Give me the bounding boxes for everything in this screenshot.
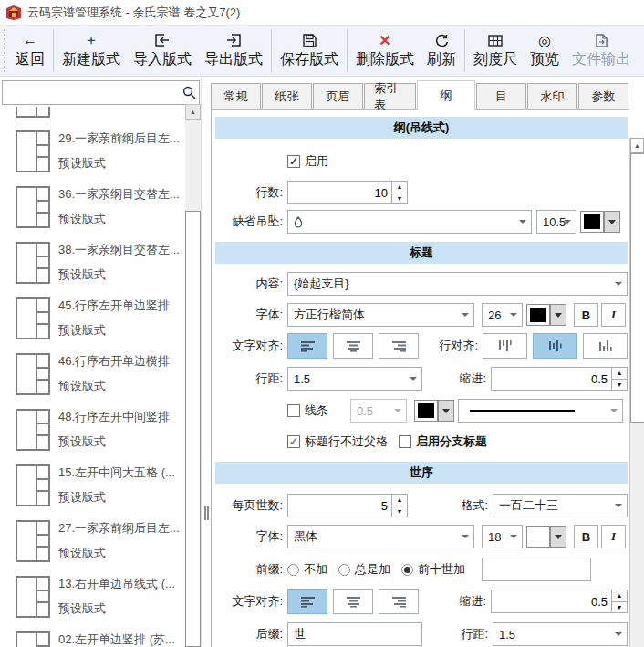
- tab-changgui[interactable]: 常规: [211, 83, 261, 109]
- layout-list: 29.一家亲前纲后目左...预设版式 36.一家亲纲目交替左...预设版式 38…: [0, 107, 185, 647]
- spin-up-icon[interactable]: ▲: [612, 368, 627, 380]
- tab-zhizhang[interactable]: 纸张: [262, 83, 312, 109]
- shixu-spacing-dropdown[interactable]: 1.5: [493, 622, 628, 646]
- title-color-swatch[interactable]: [526, 304, 550, 326]
- align-right-icon: [391, 596, 407, 608]
- shixu-color-swatch[interactable]: [526, 526, 550, 548]
- title-line-checkbox[interactable]: [287, 404, 300, 417]
- spin-up-icon[interactable]: ▲: [392, 495, 407, 506]
- delete-layout-button[interactable]: ✕ 删除版式: [349, 26, 421, 76]
- title-linestyle-dropdown[interactable]: [458, 399, 623, 423]
- align-right-button[interactable]: [379, 333, 419, 359]
- line-align-top-button[interactable]: [483, 333, 527, 359]
- shixu-align-center-button[interactable]: [333, 589, 373, 614]
- prefix-input[interactable]: [482, 558, 591, 581]
- scroll-up-icon[interactable]: ▲: [630, 138, 644, 153]
- list-item[interactable]: 48.行序左开中间竖排预设版式: [0, 402, 185, 457]
- panel-scroll-thumb[interactable]: [630, 153, 644, 423]
- ruler-button[interactable]: 刻度尺: [467, 26, 524, 76]
- search-icon[interactable]: [179, 86, 199, 99]
- prefix-none-radio[interactable]: [287, 564, 299, 576]
- no-cross-checkbox[interactable]: [287, 435, 300, 448]
- title-line-color-dropdown-icon[interactable]: [438, 400, 454, 422]
- title-bar: 云码宗谱管理系统 - 余氏宗谱 卷之又7(2): [0, 0, 644, 26]
- title-spacing-dropdown[interactable]: 1.5: [287, 367, 422, 391]
- list-item[interactable]: 45.行序左开单边竖排预设版式: [0, 290, 185, 346]
- list-item-partial[interactable]: [16, 107, 185, 119]
- spin-down-icon[interactable]: ▼: [612, 380, 627, 391]
- splitter-grip-icon: [204, 506, 209, 520]
- shixu-font-dropdown[interactable]: 黑体: [287, 525, 474, 548]
- list-item[interactable]: 13.右开单边吊线式 (...预设版式: [0, 569, 185, 624]
- spin-down-icon[interactable]: ▼: [392, 193, 407, 204]
- content-dropdown[interactable]: {始起支目}: [287, 272, 628, 296]
- sidebar-scroll-thumb[interactable]: [185, 211, 201, 647]
- prefix-first-ten-radio[interactable]: [401, 564, 413, 576]
- enable-checkbox[interactable]: [287, 155, 300, 168]
- list-item[interactable]: 38.一家亲纲目交替左...预设版式: [0, 235, 185, 290]
- layout-thumbnail: [16, 464, 50, 506]
- spin-down-icon[interactable]: ▼: [612, 602, 627, 613]
- import-layout-button[interactable]: 导入版式: [127, 26, 198, 76]
- tab-shuiyin[interactable]: 水印: [527, 83, 577, 109]
- tab-canshu[interactable]: 参数: [578, 83, 628, 109]
- list-item[interactable]: 46.行序右开单边横排预设版式: [0, 346, 185, 402]
- back-button[interactable]: ← 返回: [9, 26, 51, 76]
- tab-suoyinbiao[interactable]: 索引表: [364, 83, 416, 109]
- new-layout-button[interactable]: ＋ 新建版式: [56, 26, 127, 76]
- shixu-color-dropdown-icon[interactable]: [550, 526, 566, 548]
- spin-up-icon[interactable]: ▲: [392, 182, 407, 193]
- shixu-indent-input[interactable]: [492, 590, 611, 612]
- pendant-size-dropdown[interactable]: 10.5: [536, 210, 576, 234]
- shixu-bold-button[interactable]: B: [574, 525, 598, 548]
- spin-up-icon[interactable]: ▲: [612, 590, 627, 602]
- line-align-label: 行对齐:: [439, 338, 483, 354]
- refresh-button[interactable]: 刷新: [421, 26, 462, 76]
- file-output-button[interactable]: 文件输出: [566, 26, 637, 76]
- shixu-align-left-button[interactable]: [287, 589, 327, 614]
- preview-button[interactable]: ◎ 预览: [524, 26, 566, 76]
- title-linewidth-dropdown[interactable]: 0.5: [350, 399, 407, 423]
- pendant-font-dropdown[interactable]: [287, 210, 532, 234]
- export-layout-button[interactable]: 导出版式: [198, 26, 269, 76]
- title-font-dropdown[interactable]: 方正行楷简体: [287, 303, 474, 327]
- search-input[interactable]: [3, 81, 179, 104]
- line-align-bottom-button[interactable]: [583, 333, 628, 359]
- format-dropdown[interactable]: 一百二十三: [493, 494, 628, 517]
- list-item[interactable]: 02.左开单边竖排 (苏...预设版式: [0, 624, 185, 647]
- tab-gang[interactable]: 纲: [417, 80, 475, 110]
- title-color-dropdown-icon[interactable]: [550, 304, 566, 326]
- shixu-align-right-button[interactable]: [379, 589, 419, 614]
- toolbar-grip[interactable]: [2, 29, 7, 72]
- shixu-fontsize-dropdown[interactable]: 18: [482, 525, 523, 548]
- list-item[interactable]: 36.一家亲纲目交替左...预设版式: [0, 179, 185, 235]
- spin-down-icon[interactable]: ▼: [392, 506, 407, 517]
- panel-scrollbar[interactable]: ▲: [629, 138, 644, 647]
- suffix-input[interactable]: [287, 622, 422, 646]
- line-align-middle-button[interactable]: [533, 333, 577, 359]
- scroll-up-icon[interactable]: ▲: [185, 104, 201, 120]
- title-italic-button[interactable]: I: [601, 303, 626, 327]
- title-indent-input[interactable]: [492, 368, 611, 390]
- list-item[interactable]: 29.一家亲前纲后目左...预设版式: [0, 123, 185, 179]
- shixu-italic-button[interactable]: I: [601, 525, 626, 548]
- tab-yemei[interactable]: 页眉: [313, 83, 363, 109]
- sidebar-scrollbar[interactable]: ▲: [185, 104, 201, 647]
- splitter[interactable]: [201, 78, 211, 647]
- align-left-button[interactable]: [287, 333, 327, 359]
- align-left-icon: [300, 340, 316, 352]
- per-page-input[interactable]: [288, 495, 391, 517]
- pendant-color-dropdown-icon[interactable]: [604, 211, 620, 233]
- prefix-always-radio[interactable]: [338, 564, 350, 576]
- pendant-color-swatch[interactable]: [580, 211, 604, 233]
- tab-mu[interactable]: 目: [476, 83, 526, 109]
- title-bold-button[interactable]: B: [574, 303, 598, 327]
- branch-title-checkbox[interactable]: [399, 435, 411, 448]
- list-item[interactable]: 27.一家亲前纲后目左...预设版式: [0, 513, 185, 569]
- list-item[interactable]: 15.左开中间大五格 (...预设版式: [0, 457, 185, 513]
- align-center-button[interactable]: [333, 333, 373, 359]
- title-line-color-swatch[interactable]: [414, 400, 438, 422]
- save-layout-button[interactable]: 保存版式: [274, 26, 345, 76]
- linecount-input[interactable]: [288, 182, 391, 203]
- title-fontsize-dropdown[interactable]: 26: [482, 303, 523, 327]
